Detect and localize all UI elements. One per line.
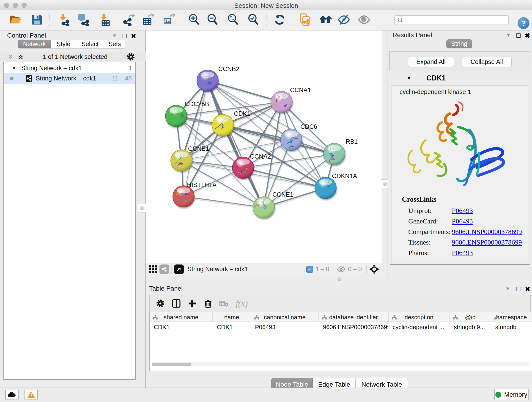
grid-view-icon[interactable] (149, 265, 157, 273)
memory-button[interactable]: Memory (494, 389, 529, 400)
float-panel-button[interactable]: ▼ (505, 286, 510, 292)
compartments-link[interactable]: 9606.ENSP00000378699 (452, 228, 522, 236)
tab-sets[interactable]: Sets (104, 40, 125, 48)
search-field[interactable] (394, 15, 509, 25)
column-header[interactable]: canonical name (251, 313, 319, 322)
pharos-link[interactable]: P06493 (452, 249, 473, 257)
warnings-button[interactable] (25, 390, 38, 400)
scrollbar-thumb[interactable] (152, 363, 191, 366)
network-view-title: String Network – cdk1 (187, 266, 248, 273)
tab-select[interactable]: Select (76, 40, 104, 48)
table-toolbar: f(x) (149, 295, 531, 312)
save-floppy-icon (31, 13, 43, 26)
column-header[interactable]: database identifier (319, 313, 388, 322)
close-panel-button[interactable]: ✖ (525, 285, 530, 293)
create-column-button[interactable] (187, 298, 197, 308)
tab-network[interactable]: Network (18, 40, 51, 48)
close-panel-button[interactable]: ✖ (525, 32, 530, 39)
tissues-link[interactable]: 9606.ENSP00000378699 (452, 238, 522, 246)
expand-all-button[interactable]: Expand All (408, 57, 454, 67)
float-panel-button[interactable]: ▼ (112, 33, 117, 39)
export-image-button[interactable] (161, 12, 176, 27)
collapse-all-button[interactable]: Collapse All (462, 57, 512, 67)
node-label-CCNA1: CCNA1 (290, 87, 311, 94)
network-tree: ▼ String Network – cdk1 1 String Network… (3, 62, 136, 380)
duplicate-network-icon (299, 13, 312, 26)
zoom-fit-button[interactable] (226, 12, 241, 27)
collapse-arrow-icon[interactable]: ▼ (407, 76, 411, 81)
export-table-icon (141, 13, 155, 26)
results-content: ▼ CDK1 cyclin-dependent kinase 1 (390, 71, 530, 265)
selected-checkbox[interactable]: ✓ (306, 266, 313, 273)
uniprot-link[interactable]: P06493 (452, 207, 473, 215)
panel-splitter-handle[interactable] (137, 204, 146, 212)
birds-eye-view-button[interactable] (159, 264, 169, 274)
network-node-CCNB1[interactable]: CCNB1 (171, 145, 209, 171)
search-input[interactable] (404, 17, 508, 24)
first-neighbors-button[interactable] (318, 12, 333, 27)
close-panel-button[interactable]: ✖ (131, 32, 136, 40)
import-table-from-file-button[interactable] (96, 12, 111, 27)
vertical-splitter[interactable] (382, 31, 387, 275)
maximize-panel-button[interactable]: □ (516, 285, 520, 293)
column-header[interactable]: namespace (491, 313, 532, 322)
maximize-panel-button[interactable]: □ (123, 32, 127, 40)
horizontal-splitter[interactable] (146, 275, 532, 284)
collapse-arrow-icon[interactable]: ▼ (12, 65, 16, 71)
column-header[interactable]: shared name (150, 313, 213, 322)
expand-all-icon[interactable] (17, 53, 24, 60)
selected-counts: 1 – 0 (316, 266, 329, 273)
zoom-selected-button[interactable] (246, 12, 261, 27)
column-header[interactable]: name (213, 313, 251, 322)
hide-selection-button[interactable] (336, 12, 351, 27)
export-table-button[interactable] (141, 12, 155, 27)
network-node-RB1[interactable]: RB1 (323, 138, 358, 165)
gene-entry-header[interactable]: ▼ CDK1 (390, 71, 530, 85)
network-collection-row[interactable]: ▼ String Network – cdk1 1 (4, 63, 135, 73)
new-network-from-selection-button[interactable] (298, 12, 313, 27)
table-settings-button[interactable] (156, 299, 165, 308)
show-all-button[interactable] (357, 12, 371, 27)
show-columns-button[interactable] (171, 298, 181, 308)
tab-string[interactable]: String (446, 39, 472, 48)
help-button[interactable]: ? (518, 17, 530, 29)
hidden-eye-icon[interactable] (336, 265, 346, 274)
detach-view-button[interactable] (174, 264, 184, 274)
network-row-selected[interactable]: String Network – cdk1 11 48 (4, 73, 135, 84)
network-node-HIST1H1A[interactable]: HIST1H1A (173, 182, 216, 207)
refresh-view-button[interactable] (272, 12, 287, 27)
export-network-button[interactable] (121, 12, 136, 27)
delete-columns-button[interactable] (203, 299, 213, 308)
import-network-from-database-button[interactable] (75, 12, 90, 27)
zoom-out-icon (206, 13, 219, 26)
gear-icon[interactable] (126, 52, 135, 61)
tab-style[interactable]: Style (51, 40, 76, 48)
float-panel-button[interactable]: ▼ (506, 32, 511, 38)
column-header[interactable]: description (389, 313, 450, 322)
maximize-panel-button[interactable]: □ (516, 32, 520, 39)
open-session-button[interactable] (8, 12, 23, 27)
network-label: String Network – cdk1 (36, 75, 96, 82)
table-header-row: shared name name canonical name database… (150, 313, 532, 322)
network-canvas[interactable]: CCNB2CCNA1CDC25BCDK1CDC6RB1CCNB1CCNA2CDK… (146, 31, 382, 263)
table-row[interactable]: CDK1 CDK1 P06493 9606.ENSP00000378699 cy… (150, 322, 532, 332)
zoom-out-button[interactable] (206, 12, 220, 27)
table-panel: Table Panel ▼ □ ✖ f(x) shared name (146, 284, 532, 388)
zoom-in-button[interactable] (187, 12, 202, 27)
cloud-status-button[interactable] (5, 390, 19, 400)
delete-table-button[interactable] (219, 298, 229, 308)
network-node-CCNA1[interactable]: CCNA1 (271, 87, 311, 113)
horizontal-scrollbar[interactable] (152, 362, 530, 366)
column-header[interactable]: @id (450, 313, 491, 322)
splitter-handle[interactable] (337, 277, 341, 281)
import-network-from-file-button[interactable] (56, 12, 70, 27)
external-arrow-icon (176, 267, 182, 272)
genecard-link[interactable]: P06493 (452, 217, 473, 225)
network-node-CDKN1A[interactable]: CDKN1A (314, 172, 357, 199)
save-session-button[interactable] (30, 12, 44, 27)
crosshair-icon[interactable] (369, 264, 379, 274)
collapse-all-icon[interactable] (7, 53, 14, 60)
main-toolbar: ? (0, 10, 532, 31)
columns-icon (171, 298, 181, 308)
function-builder-button[interactable]: f(x) (236, 298, 248, 308)
